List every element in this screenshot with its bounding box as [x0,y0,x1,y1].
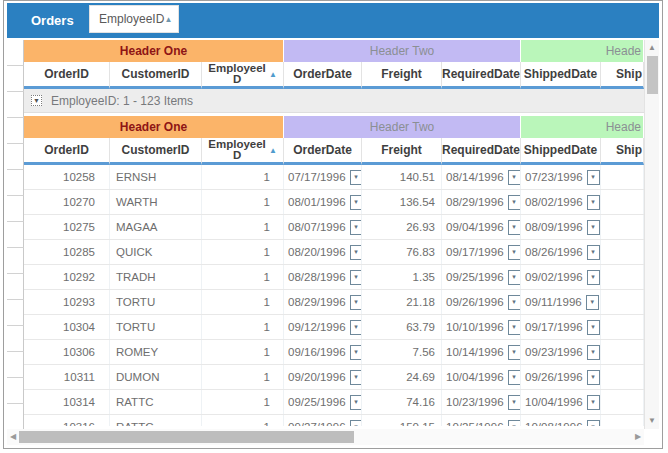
cell-employeeid[interactable]: 1 [202,340,284,364]
cell-shippeddate[interactable]: 09/23/1996▾ [521,340,601,364]
horizontal-scrollbar-thumb[interactable] [19,431,354,443]
date-dropdown-icon[interactable]: ▾ [350,270,362,285]
date-dropdown-icon[interactable]: ▾ [350,295,362,310]
date-dropdown-icon[interactable]: ▾ [587,345,600,360]
cell-freight[interactable]: 21.18 [362,290,442,314]
cell-orderdate[interactable]: 08/07/1996▾ [284,215,362,239]
column-header-requireddate[interactable]: RequiredDate [442,62,521,89]
cell-freight[interactable]: 26.93 [362,215,442,239]
date-dropdown-icon[interactable]: ▾ [508,420,521,427]
date-dropdown-icon[interactable]: ▾ [350,420,362,427]
cell-freight[interactable]: 136.54 [362,190,442,214]
table-row[interactable]: 10285QUICK108/20/1996▾76.8309/17/1996▾08… [24,240,644,265]
cell-orderdate[interactable]: 09/20/1996▾ [284,365,362,389]
date-dropdown-icon[interactable]: ▾ [350,395,362,410]
date-dropdown-icon[interactable]: ▾ [586,295,599,310]
column-header-orderdate[interactable]: OrderDate [284,62,362,89]
cell-orderid[interactable]: 10285 [24,240,110,264]
column-header-freight[interactable]: Freight [362,62,442,89]
cell-ship[interactable] [601,190,644,214]
date-dropdown-icon[interactable]: ▾ [350,220,362,235]
column-header-employeeid[interactable]: EmployeeID▲ [202,138,284,165]
cell-orderid[interactable]: 10314 [24,390,110,414]
cell-employeeid[interactable]: 1 [202,215,284,239]
column-header-freight[interactable]: Freight [362,138,442,165]
cell-orderdate[interactable]: 08/20/1996▾ [284,240,362,264]
cell-freight[interactable]: 150.15 [362,415,442,426]
cell-customerid[interactable]: RATTC [110,415,202,426]
cell-requireddate[interactable]: 08/14/1996▾ [442,165,521,189]
cell-shippeddate[interactable]: 09/11/1996▾ [521,290,601,314]
column-header-customerid[interactable]: CustomerID [110,138,202,165]
table-row[interactable]: 10292TRADH108/28/1996▾1.3509/25/1996▾09/… [24,265,644,290]
table-row[interactable]: 10293TORTU108/29/1996▾21.1809/26/1996▾09… [24,290,644,315]
cell-employeeid[interactable]: 1 [202,415,284,426]
date-dropdown-icon[interactable]: ▾ [508,320,521,335]
table-row[interactable]: 10304TORTU109/12/1996▾63.7910/10/1996▾09… [24,315,644,340]
date-dropdown-icon[interactable]: ▾ [587,270,600,285]
cell-ship[interactable] [601,265,644,289]
date-dropdown-icon[interactable]: ▾ [587,170,600,185]
cell-orderid[interactable]: 10304 [24,315,110,339]
cell-ship[interactable] [601,290,644,314]
cell-customerid[interactable]: DUMON [110,365,202,389]
cell-orderid[interactable]: 10275 [24,215,110,239]
cell-orderdate[interactable]: 08/29/1996▾ [284,290,362,314]
column-header-orderdate[interactable]: OrderDate [284,138,362,165]
cell-customerid[interactable]: QUICK [110,240,202,264]
cell-orderid[interactable]: 10270 [24,190,110,214]
cell-ship[interactable] [601,340,644,364]
scroll-down-icon[interactable]: ▼ [645,414,659,428]
cell-employeeid[interactable]: 1 [202,265,284,289]
cell-ship[interactable] [601,390,644,414]
table-row[interactable]: 10314RATTC109/25/1996▾74.1610/23/1996▾10… [24,390,644,415]
cell-customerid[interactable]: ROMEY [110,340,202,364]
cell-ship[interactable] [601,240,644,264]
column-header-ship[interactable]: Ship [601,62,644,89]
date-dropdown-icon[interactable]: ▾ [508,270,521,285]
cell-freight[interactable]: 74.16 [362,390,442,414]
cell-ship[interactable] [601,215,644,239]
cell-employeeid[interactable]: 1 [202,315,284,339]
date-dropdown-icon[interactable]: ▾ [508,295,521,310]
cell-shippeddate[interactable]: 10/04/1996▾ [521,390,601,414]
date-dropdown-icon[interactable]: ▾ [508,195,521,210]
cell-orderid[interactable]: 10311 [24,365,110,389]
date-dropdown-icon[interactable]: ▾ [587,320,600,335]
column-header-shippeddate[interactable]: ShippedDate [521,62,601,89]
cell-requireddate[interactable]: 09/17/1996▾ [442,240,521,264]
cell-employeeid[interactable]: 1 [202,190,284,214]
date-dropdown-icon[interactable]: ▾ [587,220,600,235]
cell-shippeddate[interactable]: 09/26/1996▾ [521,365,601,389]
cell-shippeddate[interactable]: 08/26/1996▾ [521,240,601,264]
date-dropdown-icon[interactable]: ▾ [587,395,600,410]
cell-freight[interactable]: 24.69 [362,365,442,389]
cell-shippeddate[interactable]: 08/02/1996▾ [521,190,601,214]
table-row[interactable]: 10258ERNSH107/17/1996▾140.5108/14/1996▾0… [24,165,644,190]
cell-customerid[interactable]: TRADH [110,265,202,289]
cell-employeeid[interactable]: 1 [202,290,284,314]
date-dropdown-icon[interactable]: ▾ [587,420,600,427]
date-dropdown-icon[interactable]: ▾ [350,195,362,210]
group-caption-row[interactable]: ▼ EmployeeID: 1 - 123 Items [24,89,644,113]
cell-freight[interactable]: 76.83 [362,240,442,264]
cell-requireddate[interactable]: 09/04/1996▾ [442,215,521,239]
scroll-left-icon[interactable]: ◀ [7,429,19,445]
date-dropdown-icon[interactable]: ▾ [350,370,362,385]
cell-customerid[interactable]: WARTH [110,190,202,214]
cell-freight[interactable]: 7.56 [362,340,442,364]
cell-freight[interactable]: 140.51 [362,165,442,189]
column-header-employeeid[interactable]: EmployeeID▲ [202,62,284,89]
column-header-ship[interactable]: Ship [601,138,644,165]
cell-orderdate[interactable]: 09/16/1996▾ [284,340,362,364]
cell-orderid[interactable]: 10316 [24,415,110,426]
date-dropdown-icon[interactable]: ▾ [350,320,362,335]
cell-orderid[interactable]: 10292 [24,265,110,289]
date-dropdown-icon[interactable]: ▾ [350,245,362,260]
cell-ship[interactable] [601,165,644,189]
column-header-orderid[interactable]: OrderID [24,62,110,89]
cell-requireddate[interactable]: 09/26/1996▾ [442,290,521,314]
cell-employeeid[interactable]: 1 [202,240,284,264]
date-dropdown-icon[interactable]: ▾ [350,345,362,360]
cell-orderdate[interactable]: 08/28/1996▾ [284,265,362,289]
